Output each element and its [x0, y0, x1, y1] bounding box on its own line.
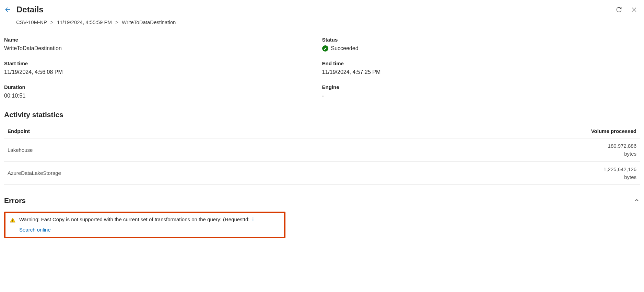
- label-engine: Engine: [322, 84, 640, 90]
- svg-rect-0: [12, 220, 13, 221]
- activity-table: Endpoint Volume processed Lakehouse 180,…: [4, 124, 640, 185]
- svg-rect-1: [12, 221, 13, 222]
- volume-number: 1,225,642,126: [348, 165, 636, 173]
- warning-icon: [10, 217, 16, 223]
- detail-duration: Duration 00:10:51: [4, 84, 322, 99]
- details-grid: Name WriteToDataDestination Status Succe…: [4, 37, 640, 99]
- activity-header-row: Endpoint Volume processed: [4, 124, 640, 138]
- volume-unit: bytes: [348, 173, 636, 181]
- detail-status: Status Succeeded: [322, 37, 640, 52]
- refresh-icon[interactable]: [615, 6, 623, 13]
- breadcrumb-seg-2: WriteToDataDestination: [122, 19, 176, 25]
- detail-name: Name WriteToDataDestination: [4, 37, 322, 52]
- value-status: Succeeded: [322, 45, 640, 52]
- volume-cell: 1,225,642,126 bytes: [345, 161, 640, 185]
- warning-message: Warning: Fast Copy is not supported with…: [19, 216, 249, 222]
- label-status: Status: [322, 37, 640, 43]
- endpoint-cell: Lakehouse: [4, 138, 345, 162]
- endpoint-cell: AzureDataLakeStorage: [4, 161, 345, 185]
- volume-unit: bytes: [348, 150, 636, 158]
- error-text: Warning: Fast Copy is not supported with…: [19, 216, 280, 222]
- search-online-link[interactable]: Search online: [19, 227, 51, 233]
- activity-statistics-heading: Activity statistics: [4, 111, 640, 119]
- label-name: Name: [4, 37, 322, 43]
- volume-cell: 180,972,886 bytes: [345, 138, 640, 162]
- request-id-tail: i: [253, 216, 254, 222]
- errors-heading: Errors: [4, 196, 26, 205]
- detail-engine: Engine -: [322, 84, 640, 99]
- value-start-time: 11/19/2024, 4:56:08 PM: [4, 69, 322, 75]
- table-row: AzureDataLakeStorage 1,225,642,126 bytes: [4, 161, 640, 185]
- errors-header[interactable]: Errors: [4, 196, 640, 205]
- breadcrumb: CSV-10M-NP > 11/19/2024, 4:55:59 PM > Wr…: [16, 19, 640, 25]
- value-end-time: 11/19/2024, 4:57:25 PM: [322, 69, 640, 75]
- label-start-time: Start time: [4, 60, 322, 66]
- col-endpoint: Endpoint: [4, 124, 345, 138]
- breadcrumb-sep: >: [50, 19, 54, 25]
- value-name: WriteToDataDestination: [4, 45, 322, 52]
- value-duration: 00:10:51: [4, 93, 322, 99]
- breadcrumb-seg-0[interactable]: CSV-10M-NP: [16, 19, 47, 25]
- table-row: Lakehouse 180,972,886 bytes: [4, 138, 640, 162]
- header-row: Details: [4, 5, 640, 14]
- error-row: Warning: Fast Copy is not supported with…: [10, 216, 280, 223]
- status-text: Succeeded: [331, 45, 359, 52]
- label-end-time: End time: [322, 60, 640, 66]
- back-arrow-icon[interactable]: [4, 6, 12, 13]
- close-icon[interactable]: [630, 6, 638, 13]
- value-engine: -: [322, 93, 640, 99]
- page-title: Details: [16, 5, 44, 14]
- breadcrumb-sep: >: [115, 19, 118, 25]
- error-callout: Warning: Fast Copy is not supported with…: [4, 212, 285, 238]
- chevron-up-icon[interactable]: [634, 197, 640, 204]
- header-actions: [615, 6, 640, 13]
- header-left: Details: [4, 5, 44, 14]
- breadcrumb-seg-1[interactable]: 11/19/2024, 4:55:59 PM: [57, 19, 112, 25]
- detail-end-time: End time 11/19/2024, 4:57:25 PM: [322, 60, 640, 75]
- detail-start-time: Start time 11/19/2024, 4:56:08 PM: [4, 60, 322, 75]
- success-check-icon: [322, 45, 328, 52]
- col-volume: Volume processed: [345, 124, 640, 138]
- label-duration: Duration: [4, 84, 322, 90]
- volume-number: 180,972,886: [348, 142, 636, 150]
